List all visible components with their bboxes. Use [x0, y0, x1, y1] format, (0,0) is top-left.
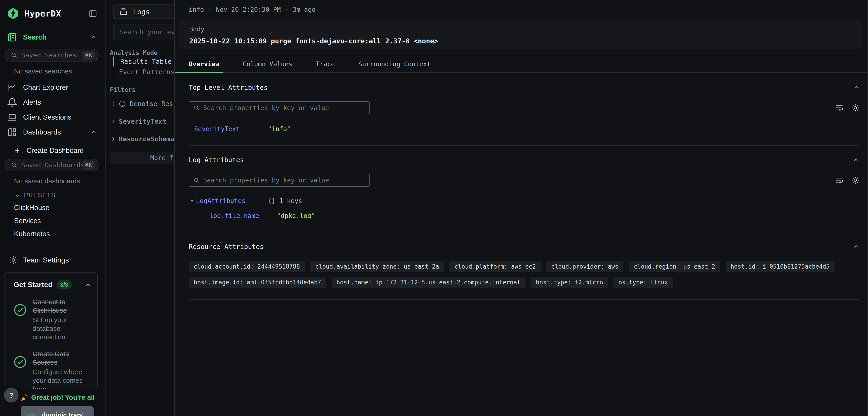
sidebar-item-dashboards[interactable]: Dashboards [0, 125, 105, 140]
hyperdx-logo-icon [7, 7, 20, 20]
get-started-step-sources[interactable]: Create Data Sources Configure where your… [13, 350, 91, 389]
resource-chip[interactable]: cloud.region: us-east-2 [629, 261, 720, 272]
sidebar-collapse-icon[interactable] [88, 9, 97, 18]
event-detail-panel: info · Nov 20 2:20:30 PM · 3m ago Body 2… [174, 0, 868, 416]
saved-dashboards-search[interactable]: ⌘K [4, 159, 98, 171]
logs-source-icon [119, 7, 128, 16]
properties-search-box[interactable] [189, 101, 370, 114]
section-divider [189, 145, 860, 146]
app-title: HyperDX [24, 9, 61, 19]
gear-icon [8, 255, 18, 265]
saved-dashboards-input[interactable] [21, 161, 83, 169]
sidebar: HyperDX Search ⌘K No saved searches Char… [0, 0, 106, 416]
filter-group-resourceschemaurl[interactable]: ResourceSchemaUrl [110, 135, 174, 143]
filter-group-label: SeverityText [119, 118, 166, 125]
resource-chip[interactable]: cloud.platform: aws_ec2 [450, 261, 541, 272]
attribute-tree-root: ▾ LogAttributes {} 1 keys [189, 197, 860, 206]
tab-trace[interactable]: Trace [304, 57, 346, 73]
dot-separator: · [285, 6, 289, 13]
help-button[interactable]: ? [4, 388, 19, 403]
step-texts: Connect to ClickHouse Set up your databa… [33, 298, 91, 341]
preset-services[interactable]: Services [14, 217, 105, 225]
analysis-mode-label: Analysis Mode [110, 49, 174, 56]
chevron-up-icon[interactable] [90, 129, 97, 136]
resource-attributes-section: Resource Attributes cloud.account.id: 24… [175, 243, 868, 300]
detail-tabs: Overview Column Values Trace Surrounding… [175, 57, 868, 73]
sidebar-item-label: Chart Explorer [23, 83, 68, 92]
resource-chip[interactable]: host.id: i-0510b81275acbe4d5 [725, 261, 835, 272]
section-tools [835, 176, 860, 185]
saved-searches-search[interactable]: ⌘K [4, 49, 98, 61]
user-texts: dominic.tran@clic... dominic.tran@clickh… [41, 412, 83, 416]
celebration-text: Great job! You're all [31, 394, 95, 401]
search-icon [10, 161, 18, 169]
gear-icon[interactable] [851, 176, 860, 185]
preset-kubernetes[interactable]: Kubernetes [14, 230, 105, 238]
sidebar-item-chart-explorer[interactable]: Chart Explorer [0, 80, 105, 95]
filter-group-severitytext[interactable]: SeverityText [110, 118, 174, 125]
attribute-key[interactable]: SeverityText [194, 125, 240, 133]
chevron-up-icon[interactable] [90, 34, 97, 41]
shortcut-badge: ⌘K [83, 51, 95, 60]
saved-searches-input[interactable] [21, 51, 83, 59]
get-started-panel: Get Started 3/3 Connect to ClickHouse Se… [4, 272, 98, 389]
relative-time: 3m ago [293, 6, 315, 13]
get-started-step-connect[interactable]: Connect to ClickHouse Set up your databa… [13, 298, 91, 341]
team-settings-button[interactable]: Team Settings [8, 255, 105, 265]
section-title: Top Level Attributes [189, 84, 268, 91]
attribute-meta: {} 1 keys [268, 197, 302, 205]
presets-toggle[interactable]: PRESETS [14, 192, 105, 199]
chart-icon [7, 83, 17, 92]
create-dashboard-button[interactable]: + Create Dashboard [15, 147, 105, 155]
mode-event-patterns[interactable]: Event Patterns [113, 67, 174, 77]
chevron-right-icon [110, 118, 116, 124]
resource-chip[interactable]: cloud.provider: aws [546, 261, 623, 272]
chevron-up-icon[interactable] [852, 243, 860, 250]
step-texts: Create Data Sources Configure where your… [33, 350, 91, 389]
sidebar-item-label: Dashboards [23, 128, 61, 136]
filters-label: Filters [110, 86, 174, 93]
sidebar-item-search[interactable]: Search [0, 30, 105, 45]
user-name: dominic.tran@clic... [41, 412, 83, 416]
chevron-up-icon[interactable] [852, 84, 860, 91]
step-description: Set up your database connection [33, 316, 91, 341]
tab-surrounding-context[interactable]: Surrounding Context [346, 57, 442, 73]
resource-chip[interactable]: cloud.account.id: 244449518788 [189, 261, 305, 272]
log-body-text[interactable]: 2025-10-22 10:15:09 purge fonts-dejavu-c… [189, 37, 862, 45]
line-wrap-icon[interactable] [835, 176, 844, 185]
mode-results-table[interactable]: Results Table [113, 56, 174, 67]
chevron-up-icon[interactable] [85, 281, 91, 288]
preset-clickhouse[interactable]: ClickHouse [14, 204, 105, 212]
bell-icon [7, 97, 17, 108]
resource-chip[interactable]: host.name: ip-172-31-12-5.us-east-2.comp… [332, 277, 526, 288]
denoise-results-toggle[interactable]: Denoise Results [113, 100, 174, 108]
denoise-checkbox[interactable] [113, 100, 114, 107]
sidebar-item-label: Search [23, 33, 46, 41]
tab-overview[interactable]: Overview [175, 57, 231, 73]
sidebar-item-client-sessions[interactable]: Client Sessions [0, 110, 105, 125]
properties-search-input[interactable] [203, 104, 365, 112]
sidebar-item-alerts[interactable]: Alerts [0, 95, 105, 110]
no-saved-dashboards-text: No saved dashboards [14, 177, 105, 185]
tab-column-values[interactable]: Column Values [231, 57, 304, 73]
get-started-header[interactable]: Get Started 3/3 [13, 280, 91, 289]
active-tab-underline [175, 72, 223, 73]
properties-search-box[interactable] [189, 174, 370, 187]
caret-down-icon[interactable]: ▾ [191, 198, 193, 204]
chevron-up-icon[interactable] [852, 156, 860, 164]
resource-chip[interactable]: host.type: t2.micro [531, 277, 608, 288]
attribute-key[interactable]: LogAttributes [196, 197, 246, 205]
attribute-value[interactable]: "info" [268, 125, 291, 133]
gear-icon[interactable] [851, 103, 860, 112]
resource-chip[interactable]: cloud.availability_zone: us-east-2a [310, 261, 444, 272]
search-icon [10, 52, 18, 59]
resource-chip[interactable]: os.type: linux [614, 277, 673, 288]
line-wrap-icon[interactable] [835, 103, 844, 112]
laptop-icon [7, 112, 17, 122]
user-menu[interactable]: D dominic.tran@clic... dominic.tran@clic… [21, 406, 94, 416]
denoise-icon [119, 100, 126, 108]
properties-search-input[interactable] [203, 177, 365, 184]
attribute-key[interactable]: log.file.name [210, 212, 259, 219]
resource-chip[interactable]: host.image.id: ami-0f5fcdfbd140e4ab7 [189, 277, 326, 288]
attribute-value[interactable]: "dpkg.log" [277, 212, 315, 219]
